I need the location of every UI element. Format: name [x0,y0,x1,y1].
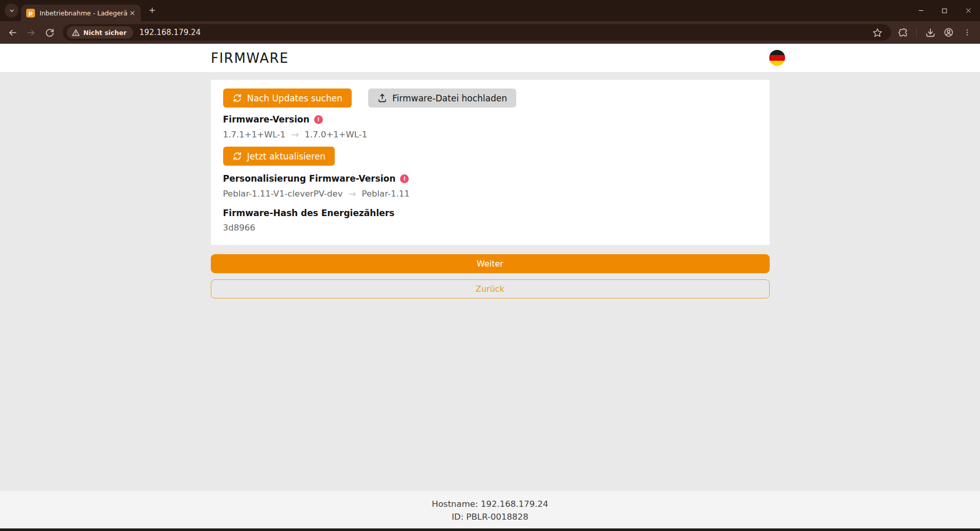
update-now-label: Jetzt aktualisieren [247,151,326,162]
back-button[interactable] [4,24,21,41]
tab-title: Inbetriebnahme - Ladegerät [40,9,128,17]
close-window-button[interactable] [956,0,980,21]
next-button[interactable]: Weiter [211,254,770,273]
bookmark-star-icon[interactable] [869,25,885,40]
chevron-down-icon [9,8,15,14]
upload-tray-icon [377,93,387,103]
downloads-icon[interactable] [922,25,938,40]
personalization-target: Peblar-1.11 [362,189,410,199]
tab-search-button[interactable] [5,4,19,17]
personalization-values: Peblar-1.11-V1-cleverPV-dev → Peblar-1.1… [223,188,757,199]
meter-hash-label-row: Firmware-Hash des Energiezählers [223,208,757,218]
arrow-right-icon: → [348,188,356,199]
toolbar-divider [916,28,917,37]
bottom-edge-strip [0,528,980,531]
main-content: Nach Updates suchen Firmware-Datei hochl… [211,72,770,298]
address-bar[interactable]: Nicht sicher 192.168.179.24 [63,24,891,41]
forward-button[interactable] [23,24,39,41]
security-label: Nicht sicher [83,29,126,37]
url-text[interactable]: 192.168.179.24 [139,28,869,37]
upload-firmware-button[interactable]: Firmware-Datei hochladen [368,88,516,108]
new-tab-button[interactable] [146,4,159,17]
firmware-actions-row: Nach Updates suchen Firmware-Datei hochl… [223,88,757,108]
sync-arrows-icon [232,93,242,103]
site-favicon-icon: p [26,9,35,17]
maximize-button[interactable] [933,0,956,21]
personalization-label: Personalisierung Firmware-Version [223,173,396,184]
page: FIRMWARE Nach Updates suchen Firmware-Da… [0,44,980,531]
extensions-puzzle-icon[interactable] [895,25,911,40]
flag-black-band [769,50,785,55]
sync-arrows-icon [232,151,242,161]
toolbar-actions [895,25,975,40]
footer-hostname: Hostname: 192.168.179.24 [0,498,980,510]
flag-red-band [769,55,785,60]
language-german-flag-icon[interactable] [769,50,785,66]
browser-window: p Inbetriebnahme - Ladegerät [0,0,980,531]
arrow-right-icon: → [291,129,299,140]
alert-badge-icon: ! [400,174,409,183]
check-updates-label: Nach Updates suchen [247,93,342,103]
back-step-button[interactable]: Zurück [211,279,770,298]
menu-kebab-icon[interactable] [959,25,975,40]
page-header: FIRMWARE [0,44,980,72]
meter-hash-label: Firmware-Hash des Energiezählers [223,208,395,218]
page-footer: Hostname: 192.168.179.24 ID: PBLR-001882… [0,491,980,528]
personalization-label-row: Personalisierung Firmware-Version ! [223,173,757,184]
minimize-button[interactable] [909,0,933,21]
security-chip[interactable]: Nicht sicher [67,26,133,39]
warning-triangle-icon [72,29,80,37]
browser-toolbar: Nicht sicher 192.168.179.24 [0,21,980,44]
active-tab[interactable]: p Inbetriebnahme - Ladegerät [21,5,141,21]
firmware-card: Nach Updates suchen Firmware-Datei hochl… [211,80,770,245]
update-now-row: Jetzt aktualisieren [223,147,757,166]
alert-badge-icon: ! [314,115,323,124]
firmware-version-label-row: Firmware-Version ! [223,114,757,125]
tab-strip: p Inbetriebnahme - Ladegerät [0,0,980,21]
meter-hash-value: 3d8966 [223,223,757,233]
page-title: FIRMWARE [211,50,289,66]
profile-icon[interactable] [941,25,956,40]
upload-firmware-label: Firmware-Datei hochladen [392,93,507,103]
firmware-version-label: Firmware-Version [223,114,310,125]
footer-device-id: ID: PBLR-0018828 [0,510,980,523]
update-now-button[interactable]: Jetzt aktualisieren [223,147,335,166]
firmware-version-values: 1.7.1+1+WL-1 → 1.7.0+1+WL-1 [223,129,757,140]
flag-gold-band [769,61,785,66]
reload-button[interactable] [41,24,58,41]
firmware-version-target: 1.7.0+1+WL-1 [304,130,367,139]
window-controls [909,0,980,21]
firmware-version-current: 1.7.1+1+WL-1 [223,130,286,139]
check-updates-button[interactable]: Nach Updates suchen [223,88,352,108]
tab-close-icon[interactable] [128,8,137,17]
personalization-current: Peblar-1.11-V1-cleverPV-dev [223,189,343,199]
